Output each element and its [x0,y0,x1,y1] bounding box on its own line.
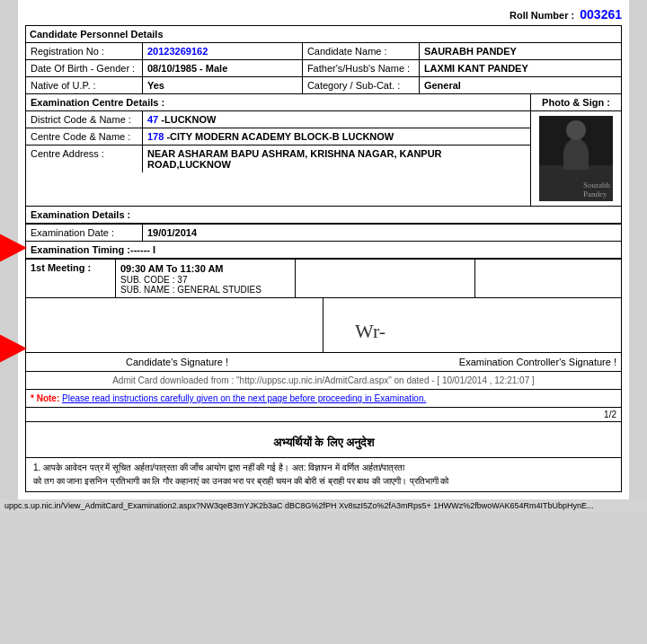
centre-code: 178 [147,131,164,142]
roll-number-value: 003261 [580,7,622,22]
category-value: General [419,77,621,94]
instruction-2: को तग का जाना इसनिन प्रतिभागी का लि गौर … [33,476,614,487]
footer-info: Admit Card downloaded from : "http://upp… [25,372,622,390]
district-code: 47 [147,114,158,125]
sub-name: SUB. NAME : GENERAL STUDIES [120,285,290,295]
controller-sig-box: Wr- [324,298,621,352]
exam-centre-title: Examination Centre Details : [26,94,531,110]
note-label: * Note: [31,393,59,403]
address-label: Centre Address : [26,146,143,172]
dob-label: Date Of Birth - Gender : [26,60,143,77]
signatures-labels: Candidate's Signature ! Examination Cont… [25,353,622,372]
meeting-time: 09:30 AM To 11:30 AM [120,262,290,275]
page-number: 1/2 [25,408,622,422]
reg-name-row: Registration No : 20123269162 Candidate … [26,43,622,60]
photo-sign-label: Photo & Sign : [531,94,621,110]
address-row: Centre Address : NEAR ASHARAM BAPU ASHRA… [26,146,530,172]
exam-date-value: 19/01/2014 [143,225,622,242]
candidate-details-table: Registration No : 20123269162 Candidate … [25,42,622,94]
exam-date-label: Examination Date : [26,225,143,242]
district-row: District Code & Name : 47 -LUCKNOW [26,111,530,128]
controller-sig-text: Wr- [355,320,386,343]
category-label: Category / Sub-Cat. : [302,77,419,94]
exam-details-table: Examination Date : 19/01/2014 [25,224,622,242]
photo-container: SourabhPandey [531,111,621,206]
note-section: * Note: Please read instructions careful… [25,390,622,408]
exam-timing-title: Examination Timing :------ I [25,242,622,259]
controller-sig-label: Examination Controller's Signature ! [324,357,616,367]
address-value: NEAR ASHARAM BAPU ASHRAM, KRISHNA NAGAR,… [143,146,530,172]
instructions-section: 1. आपके आवेदन पत्र में सूचित अर्हता/पात्… [25,458,622,492]
centre-code-label: Centre Code & Name : [26,128,143,145]
centre-code-row: Centre Code & Name : 178 -CITY MODERN AC… [26,128,530,146]
candidate-sig-label: Candidate's Signature ! [31,357,324,367]
district-label: District Code & Name : [26,111,143,128]
note-text[interactable]: Please read instructions carefully given… [62,393,426,403]
native-label: Native of U.P. : [26,77,143,94]
exam-timing-table: 1st Meeting : 09:30 AM To 11:30 AM SUB. … [25,259,622,298]
arrow-indicator-2 [0,332,27,366]
fathers-name-label: Father's/Husb's Name : [302,60,419,77]
arrow-indicator-1 [0,232,27,266]
meeting-label: 1st Meeting : [26,260,116,298]
signature-section: Wr- [25,298,622,353]
exam-details-title: Examination Details : [25,207,622,224]
bottom-bar: uppc.s.up.nic.in/View_AdmitCard_Examinat… [0,499,647,512]
meeting-extra [296,260,475,298]
hindi-title: अभ्यर्थियों के लिए अनुदेश [25,422,622,458]
roll-number-bar: Roll Number : 003261 [25,7,622,22]
meeting-row: 1st Meeting : 09:30 AM To 11:30 AM SUB. … [26,260,622,298]
dob-fathers-row: Date Of Birth - Gender : 08/10/1985 - Ma… [26,60,622,77]
district-name: -LUCKNOW [161,114,216,125]
meeting-last [475,260,622,298]
roll-number-label: Roll Number : [510,10,574,21]
fathers-name-value: LAXMI KANT PANDEY [419,60,621,77]
reg-no-value: 20123269162 [143,43,303,60]
footer-text: Admit Card downloaded from : "http://upp… [112,375,535,385]
candidate-name-value: SAURABH PANDEY [419,43,621,60]
candidate-section-title: Candidate Personnel Details [25,25,622,42]
centre-name: -CITY MODERN ACADEMY BLOCK-B LUCKNOW [166,131,394,142]
reg-no-label: Registration No : [26,43,143,60]
instruction-1: 1. आपके आवेदन पत्र में सूचित अर्हता/पात्… [33,463,614,473]
candidate-name-label: Candidate Name : [302,43,419,60]
native-value: Yes [143,77,303,94]
native-category-row: Native of U.P. : Yes Category / Sub-Cat.… [26,77,622,94]
dob-value: 08/10/1985 - Male [143,60,303,77]
exam-date-row: Examination Date : 19/01/2014 [26,225,622,242]
candidate-sig-box [26,298,324,352]
photo-box: SourabhPandey [539,116,613,201]
sub-code: SUB. CODE : 37 [120,275,290,285]
